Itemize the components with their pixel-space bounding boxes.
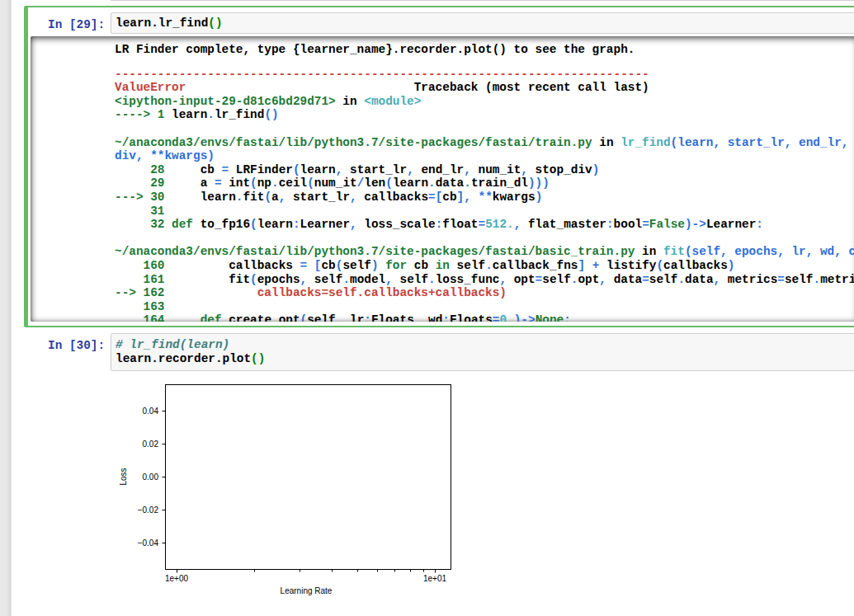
svg-text:1e+00: 1e+00: [165, 574, 189, 583]
svg-text:1e+01: 1e+01: [423, 574, 447, 583]
svg-text:−0.02: −0.02: [138, 505, 159, 515]
svg-text:Loss: Loss: [119, 468, 128, 485]
svg-text:0.04: 0.04: [143, 407, 159, 416]
svg-text:0.00: 0.00: [143, 473, 159, 482]
svg-text:−0.04: −0.04: [138, 538, 159, 548]
svg-text:0.02: 0.02: [143, 440, 159, 449]
svg-text:Learning Rate: Learning Rate: [281, 586, 333, 595]
